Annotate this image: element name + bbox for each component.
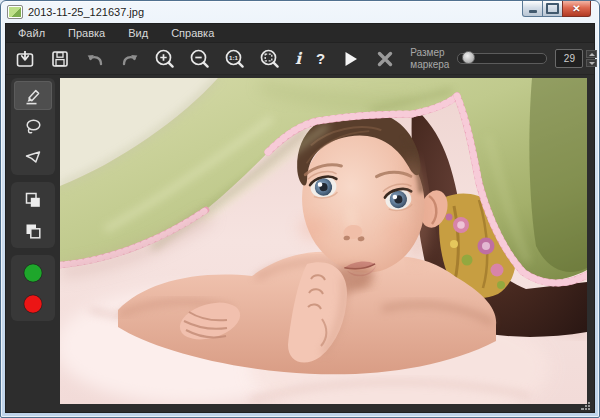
svg-text:1:1: 1:1 xyxy=(229,53,239,60)
red-circle-icon xyxy=(22,293,44,315)
minimize-button[interactable] xyxy=(522,1,543,17)
maximize-button[interactable] xyxy=(542,1,563,17)
slider-knob[interactable] xyxy=(462,51,475,64)
cancel-x-icon xyxy=(375,49,395,69)
run-button[interactable] xyxy=(340,47,360,71)
polygon-lasso-icon xyxy=(23,148,43,168)
marker-size-control: Размер маркера 29 xyxy=(410,47,600,70)
canvas-area xyxy=(59,75,594,412)
window-controls: ✕ xyxy=(523,1,591,17)
zoom-actual-button[interactable]: 1:1 xyxy=(225,47,245,71)
marker-size-label: Размер маркера xyxy=(410,47,449,70)
remove-marker-button[interactable] xyxy=(14,289,52,318)
resize-grip-icon[interactable] xyxy=(581,400,591,410)
magnifier-1-1-icon: 1:1 xyxy=(225,49,245,69)
layer-front-filled-icon xyxy=(23,190,43,210)
close-x-icon: ✕ xyxy=(572,4,580,14)
menu-edit[interactable]: Правка xyxy=(57,27,116,39)
magnifier-fit-icon xyxy=(260,49,280,69)
selection-tools-group xyxy=(11,78,55,175)
spin-down-button[interactable] xyxy=(586,59,597,67)
marker-colors-group xyxy=(11,255,55,321)
show-original-layer-button[interactable] xyxy=(14,216,52,245)
marker-size-value[interactable]: 29 xyxy=(555,49,583,68)
app-icon xyxy=(7,5,23,19)
lasso-icon xyxy=(23,117,43,137)
lasso-tool-button[interactable] xyxy=(14,112,52,141)
undo-button[interactable] xyxy=(85,47,105,71)
cancel-button[interactable] xyxy=(375,47,395,71)
info-button[interactable]: i xyxy=(295,47,301,71)
app-content: Файл Правка Вид Справка xyxy=(5,23,595,413)
view-tools-group xyxy=(11,182,55,248)
zoom-in-button[interactable] xyxy=(155,47,175,71)
polygon-lasso-tool-button[interactable] xyxy=(14,143,52,172)
zoom-fit-button[interactable] xyxy=(260,47,280,71)
redo-arrow-icon xyxy=(120,49,140,69)
maximize-icon xyxy=(546,3,559,14)
toolbar: 1:1 i ? xyxy=(6,43,594,75)
help-button[interactable]: ? xyxy=(316,47,325,71)
question-icon: ? xyxy=(316,50,325,67)
magnifier-plus-icon xyxy=(155,49,175,69)
floppy-disk-icon xyxy=(50,49,70,69)
zoom-out-button[interactable] xyxy=(190,47,210,71)
menu-help[interactable]: Справка xyxy=(160,27,225,39)
app-window: 2013-11-25_121637.jpg ✕ Файл Правка Вид … xyxy=(0,0,600,418)
layer-back-filled-icon xyxy=(23,221,43,241)
magnifier-minus-icon xyxy=(190,49,210,69)
tool-sidebar xyxy=(6,75,59,412)
undo-arrow-icon xyxy=(85,49,105,69)
green-circle-icon xyxy=(22,262,44,284)
photo-canvas[interactable] xyxy=(60,78,587,404)
menu-file[interactable]: Файл xyxy=(7,27,56,39)
play-icon xyxy=(340,49,360,69)
redo-button[interactable] xyxy=(120,47,140,71)
window-title: 2013-11-25_121637.jpg xyxy=(28,6,144,18)
marker-size-slider[interactable] xyxy=(457,53,547,64)
keep-marker-button[interactable] xyxy=(14,258,52,287)
chevron-up-icon xyxy=(589,53,595,56)
folder-import-icon xyxy=(15,49,35,69)
workspace xyxy=(6,75,594,412)
spinner-buttons xyxy=(586,50,597,67)
marker-size-spinbox: 29 xyxy=(555,49,597,68)
menu-bar: Файл Правка Вид Справка xyxy=(6,24,594,43)
spin-up-button[interactable] xyxy=(586,50,597,58)
chevron-down-icon xyxy=(589,62,595,65)
marker-tool-button[interactable] xyxy=(14,81,52,110)
minimize-icon xyxy=(529,10,537,13)
marker-pen-icon xyxy=(23,86,43,106)
save-button[interactable] xyxy=(50,47,70,71)
info-icon: i xyxy=(295,49,301,68)
title-bar[interactable]: 2013-11-25_121637.jpg xyxy=(7,1,509,23)
open-button[interactable] xyxy=(15,47,35,71)
screen: 2013-11-25_121637.jpg ✕ Файл Правка Вид … xyxy=(0,0,600,418)
menu-view[interactable]: Вид xyxy=(117,27,159,39)
close-button[interactable]: ✕ xyxy=(562,1,591,17)
show-result-layer-button[interactable] xyxy=(14,185,52,214)
